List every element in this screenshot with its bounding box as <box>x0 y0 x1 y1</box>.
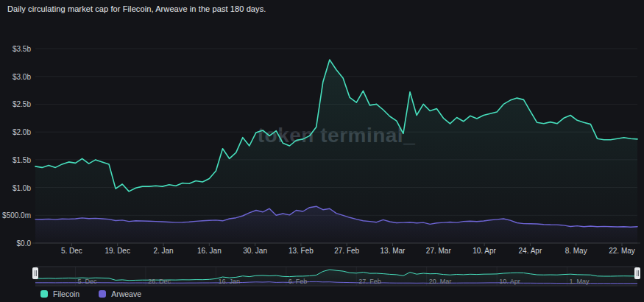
x-axis-label: 13. Mar <box>371 247 415 255</box>
main-chart[interactable] <box>0 0 644 302</box>
navigator-label: 1. May <box>570 278 590 285</box>
y-axis-label: $500.0m <box>0 211 31 220</box>
x-axis-label: 2. Jan <box>141 247 185 255</box>
navigator-label: 20. Mar <box>429 278 452 285</box>
navigator-label: 16. Jan <box>218 278 240 285</box>
navigator-label: 27. Feb <box>358 278 381 285</box>
y-axis-label: $1.0b <box>0 184 31 192</box>
navigator-label: 5. Dec <box>78 278 97 285</box>
x-axis-label: 22. May <box>600 247 644 255</box>
navigator-left-handle[interactable] <box>32 267 38 279</box>
x-axis-label: 8. May <box>554 247 598 255</box>
plot-area[interactable] <box>35 40 637 243</box>
chart-title: Daily circulating market cap for Filecoi… <box>7 4 266 13</box>
navigator-track[interactable] <box>35 267 637 286</box>
y-axis-label: $2.5b <box>0 100 31 108</box>
legend: Filecoin Arweave <box>40 289 141 298</box>
x-axis-label: 5. Dec <box>49 247 93 255</box>
x-axis-label: 27. Mar <box>417 247 461 255</box>
filecoin-swatch-icon <box>40 290 48 298</box>
navigator-label: 26. Dec <box>148 278 171 285</box>
y-axis-label: $2.0b <box>0 128 31 136</box>
navigator-label: 10. Apr <box>499 278 520 285</box>
legend-item-arweave[interactable]: Arweave <box>99 289 141 298</box>
navigator-label: 6. Feb <box>289 278 308 285</box>
legend-label-filecoin: Filecoin <box>53 289 79 298</box>
arweave-swatch-icon <box>99 290 106 298</box>
legend-label-arweave: Arweave <box>111 289 141 298</box>
y-axis-label: $0.0 <box>0 239 31 247</box>
y-axis-label: $1.5b <box>0 156 31 164</box>
x-axis-label: 24. Apr <box>508 247 552 255</box>
x-axis-label: 19. Dec <box>96 247 140 255</box>
x-axis-label: 16. Jan <box>187 247 231 255</box>
y-axis-label: $3.0b <box>0 73 31 81</box>
y-axis-label: $3.5b <box>0 45 31 53</box>
x-axis-label: 10. Apr <box>462 247 506 255</box>
x-axis-label: 27. Feb <box>325 247 369 255</box>
x-axis-ticks <box>71 243 622 246</box>
legend-item-filecoin[interactable]: Filecoin <box>40 289 79 298</box>
navigator-right-handle[interactable] <box>634 267 640 279</box>
x-axis-label: 13. Feb <box>279 247 323 255</box>
x-axis-label: 30. Jan <box>233 247 277 255</box>
